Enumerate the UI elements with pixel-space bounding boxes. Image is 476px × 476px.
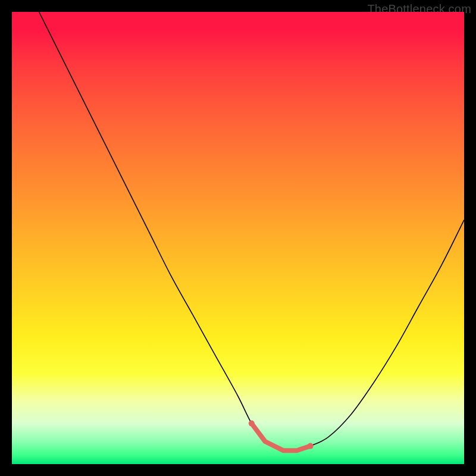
plot-area xyxy=(12,12,464,464)
optimal-range-end-dot xyxy=(308,443,314,449)
optimal-range-start-dot xyxy=(249,421,255,427)
bottleneck-curve xyxy=(39,12,464,452)
chart-canvas: TheBottleneck.com xyxy=(0,0,476,476)
curve-svg xyxy=(12,12,464,464)
optimal-range-marker xyxy=(252,424,311,451)
